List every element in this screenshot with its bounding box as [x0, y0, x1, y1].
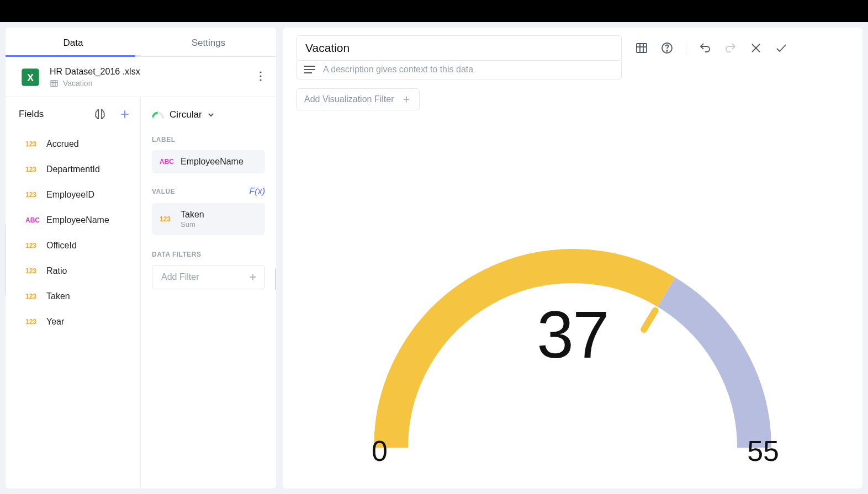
field-label: Ratio: [46, 266, 67, 276]
field-type-123-icon: 123: [25, 267, 40, 275]
left-panel: Data Settings X HR Dataset_2016 .xlsx Va…: [6, 28, 276, 488]
app-root: Data Settings X HR Dataset_2016 .xlsx Va…: [0, 22, 868, 494]
section-label-filters: DATA FILTERS: [152, 251, 265, 258]
field-item[interactable]: 123Year: [6, 309, 140, 334]
svg-rect-2: [51, 81, 57, 87]
field-label: OfficeId: [46, 241, 77, 251]
panel-body: Fields 123Accrued123DepartmentId123Emplo…: [6, 97, 276, 488]
main-panel: Add Visualization Filter 37 0 55: [283, 28, 862, 488]
viz-title-input[interactable]: [296, 35, 622, 61]
brain-icon[interactable]: [94, 108, 106, 120]
field-type-123-icon: 123: [25, 166, 40, 173]
value-pill[interactable]: 123 Taken Sum: [152, 203, 265, 235]
field-item[interactable]: 123Ratio: [6, 258, 140, 284]
value-pill-name: Taken: [181, 210, 204, 220]
add-field-icon[interactable]: [119, 109, 130, 120]
confirm-icon[interactable]: [775, 41, 788, 55]
section-label-label: LABEL: [152, 136, 265, 144]
description-row: [296, 60, 622, 79]
table-view-icon[interactable]: [635, 41, 648, 55]
field-item[interactable]: 123OfficeId: [6, 233, 140, 258]
field-label: Taken: [46, 291, 70, 301]
viz-filter-label: Add Visualization Filter: [304, 94, 394, 104]
config-column: Circular LABEL ABC EmployeeName VALUE F(…: [141, 97, 276, 488]
chart-type-selector[interactable]: Circular: [152, 107, 265, 131]
svg-point-7: [260, 75, 261, 77]
tab-data[interactable]: Data: [6, 28, 141, 56]
value-pill-aggregation: Sum: [181, 220, 204, 229]
field-type-123-icon: 123: [25, 140, 40, 148]
field-type-abc-icon: ABC: [25, 216, 40, 224]
field-item[interactable]: 123DepartmentId: [6, 157, 140, 182]
chart-area: 37 0 55: [296, 110, 849, 481]
chart-type-label: Circular: [170, 109, 202, 120]
undo-icon[interactable]: [698, 41, 712, 55]
svg-rect-13: [637, 44, 647, 52]
excel-file-icon: X: [19, 66, 42, 89]
plus-icon: [401, 94, 411, 104]
field-label: Year: [46, 317, 64, 327]
svg-point-6: [260, 71, 261, 73]
field-label: Accrued: [46, 139, 79, 149]
fields-scrollbar[interactable]: [6, 224, 6, 296]
dataset-file-name: HR Dataset_2016 .xlsx: [50, 67, 247, 77]
label-pill[interactable]: ABC EmployeeName: [152, 150, 265, 173]
dataset-more-menu[interactable]: [255, 69, 266, 86]
table-icon: [50, 79, 59, 88]
fields-title: Fields: [19, 109, 88, 120]
circular-gauge: 37 0 55: [368, 232, 777, 464]
add-data-filter-button[interactable]: Add Filter: [152, 265, 265, 289]
section-header-value: VALUE F(x): [152, 187, 265, 196]
field-item[interactable]: 123Accrued: [6, 131, 140, 157]
fields-header: Fields: [6, 105, 140, 130]
tab-settings[interactable]: Settings: [141, 28, 276, 56]
chevron-down-icon: [208, 111, 214, 118]
plus-icon: [248, 272, 258, 282]
field-list: 123Accrued123DepartmentId123EmployeeIDAB…: [6, 130, 140, 336]
field-label: EmployeeID: [46, 190, 94, 200]
field-item[interactable]: 123Taken: [6, 284, 140, 309]
field-type-123-icon: 123: [25, 242, 40, 249]
description-icon[interactable]: [304, 66, 315, 73]
field-type-123-icon: 123: [160, 215, 174, 223]
dataset-table: Vacation: [50, 79, 247, 88]
fx-button[interactable]: F(x): [250, 187, 265, 196]
field-label: DepartmentId: [46, 164, 100, 174]
redo-icon[interactable]: [724, 41, 737, 55]
field-type-123-icon: 123: [25, 318, 40, 326]
field-type-123-icon: 123: [25, 191, 40, 199]
label-pill-name: EmployeeName: [181, 157, 244, 167]
field-item[interactable]: 123EmployeeID: [6, 182, 140, 208]
circular-gauge-icon: [152, 111, 164, 119]
dataset-row[interactable]: X HR Dataset_2016 .xlsx Vacation: [6, 57, 276, 97]
add-viz-filter-button[interactable]: Add Visualization Filter: [296, 88, 420, 110]
dataset-table-name: Vacation: [63, 79, 92, 88]
close-icon[interactable]: [749, 41, 763, 55]
dataset-info: HR Dataset_2016 .xlsx Vacation: [50, 67, 247, 88]
svg-point-18: [666, 50, 668, 51]
add-filter-label: Add Filter: [161, 272, 199, 282]
config-scrollbar[interactable]: [275, 268, 276, 290]
main-header: [296, 35, 849, 61]
gauge-min-label: 0: [372, 434, 388, 468]
gauge-value: 37: [368, 232, 777, 437]
panel-tabs: Data Settings: [6, 28, 276, 57]
fields-column: Fields 123Accrued123DepartmentId123Emplo…: [6, 97, 141, 488]
svg-point-8: [260, 79, 261, 81]
description-input[interactable]: [323, 65, 613, 75]
tab-indicator: [6, 55, 141, 57]
window-titlebar: [0, 0, 868, 22]
section-label-value: VALUE: [152, 188, 175, 195]
field-label: EmployeeName: [46, 215, 109, 225]
help-icon[interactable]: [660, 41, 674, 55]
svg-text:X: X: [27, 72, 34, 83]
field-item[interactable]: ABCEmployeeName: [6, 208, 140, 233]
field-type-123-icon: 123: [25, 293, 40, 300]
toolbar: [635, 41, 788, 55]
vertical-dots-icon: [260, 71, 262, 81]
gauge-max-label: 55: [747, 434, 779, 468]
field-type-abc-icon: ABC: [160, 158, 174, 166]
toolbar-divider: [686, 42, 686, 54]
